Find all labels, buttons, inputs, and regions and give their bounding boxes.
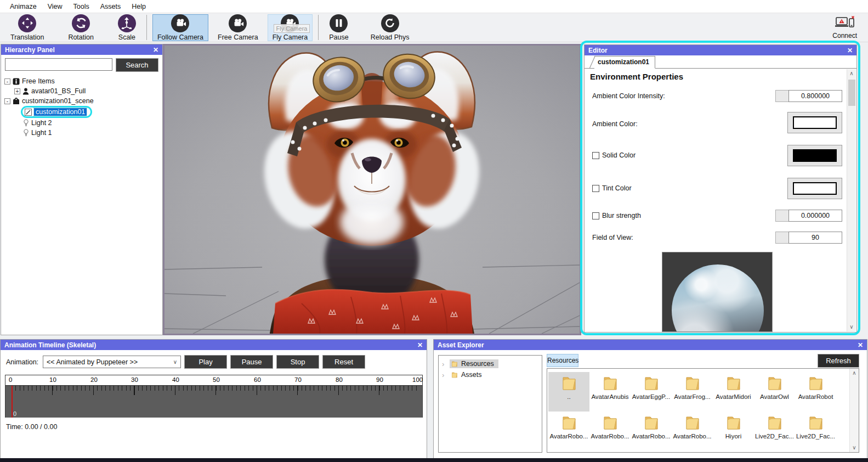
follow-camera-icon (171, 14, 189, 32)
close-icon[interactable]: ✕ (858, 341, 863, 349)
drag-grip[interactable] (775, 210, 788, 222)
scroll-up-icon[interactable]: ∧ (852, 369, 856, 378)
stop-button[interactable]: Stop (276, 355, 319, 369)
blur-strength-field[interactable]: 0.000000 (775, 210, 842, 222)
folder-item[interactable]: AvatarMidori (713, 372, 754, 412)
menu-help[interactable]: Help (126, 1, 151, 13)
folder-item[interactable]: AvatarRobo... (589, 412, 631, 451)
close-icon[interactable]: ✕ (847, 47, 853, 54)
ambient-color-button[interactable] (787, 112, 842, 133)
close-icon[interactable]: ✕ (153, 46, 158, 54)
color-swatch-black (793, 149, 837, 162)
reset-button[interactable]: Reset (322, 355, 365, 369)
menu-tools[interactable]: Tools (68, 1, 95, 13)
play-button[interactable]: Play (184, 355, 227, 369)
tab-customization01[interactable]: customization01 (594, 56, 655, 69)
folder-item[interactable]: AvatarRobot (795, 372, 836, 412)
expand-icon[interactable]: + (14, 88, 20, 94)
tree-item-scene[interactable]: - customization01_scene (4, 96, 160, 106)
solid-color-checkbox[interactable] (592, 152, 599, 159)
folder-item[interactable]: AvatarRobo... (631, 412, 672, 451)
collapse-icon[interactable]: - (4, 98, 10, 104)
drag-grip[interactable] (775, 90, 788, 102)
menu-assets[interactable]: Assets (95, 1, 127, 13)
pause-button-timeline[interactable]: Pause (230, 355, 273, 369)
fly-camera-tooltip: Fly Camera (274, 24, 310, 33)
tint-color-checkbox[interactable] (592, 185, 599, 192)
connect-button[interactable]: Connect (827, 14, 863, 41)
editor-scrollbar[interactable]: ∧ ∨ (847, 69, 856, 331)
tree-item-light2[interactable]: Light 2 (4, 118, 160, 128)
folder-item[interactable]: AvatarOwl (754, 372, 795, 412)
chevron-right-icon[interactable]: › (442, 371, 447, 379)
pause-icon (330, 14, 348, 32)
tree-item-customization01[interactable]: customization01 (4, 106, 160, 118)
hierarchy-tree: - Free Items + avatar01_BS_Full - custom… (4, 76, 160, 138)
folder-item[interactable]: AvatarAnubis (589, 372, 631, 412)
field-of-view-field[interactable]: 90 (775, 232, 842, 244)
viewport-3d[interactable] (163, 44, 581, 335)
scrollbar-thumb[interactable] (848, 80, 855, 106)
pause-button[interactable]: Pause (324, 14, 353, 41)
tree-item-avatar[interactable]: + avatar01_BS_Full (4, 86, 160, 96)
folder-label: Live2D_Fac... (796, 433, 835, 440)
tree-item-label: Light 1 (31, 129, 52, 137)
search-button[interactable]: Search (116, 58, 158, 72)
reload-phys-button[interactable]: Reload Phys (366, 14, 415, 41)
ambient-intensity-value[interactable]: 0.800000 (788, 90, 842, 102)
close-icon[interactable]: ✕ (417, 341, 423, 349)
chevron-right-icon[interactable]: › (442, 360, 447, 368)
refresh-button[interactable]: Refresh (818, 354, 859, 368)
drag-grip[interactable] (775, 232, 788, 244)
asset-explorer-titlebar: Asset Explorer ✕ (434, 340, 867, 350)
solid-color-row: Solid Color (592, 151, 636, 159)
tree-item-free-items[interactable]: - Free Items (4, 76, 160, 86)
animation-select[interactable]: << Animated by Puppeteer >> ∨ (43, 356, 181, 368)
color-swatch-white (793, 182, 837, 195)
translation-button[interactable]: Translation (5, 14, 49, 41)
tree-item-light1[interactable]: Light 1 (4, 128, 160, 138)
asset-tree-assets[interactable]: › Assets (439, 369, 542, 380)
field-of-view-value[interactable]: 90 (788, 232, 842, 244)
tab-resources[interactable]: Resources (547, 354, 578, 367)
folder-item[interactable]: Live2D_Fac... (795, 412, 836, 451)
rotation-button[interactable]: Rotation (63, 14, 99, 41)
fly-camera-label: Fly Camera (273, 33, 308, 41)
tint-color-row: Tint Color (592, 184, 632, 192)
folder-item[interactable]: Hiyori (713, 412, 754, 451)
folder-item[interactable]: AvatarEggP... (631, 372, 672, 412)
skybox-preview[interactable] (662, 252, 773, 332)
ambient-intensity-field[interactable]: 0.800000 (775, 90, 842, 102)
solid-color-button[interactable] (787, 145, 842, 166)
free-camera-button[interactable]: Free Camera (213, 14, 263, 41)
menu-animaze[interactable]: Animaze (4, 1, 42, 13)
search-input[interactable] (5, 58, 112, 71)
free-camera-label: Free Camera (218, 33, 258, 41)
asset-tree-resources[interactable]: › Resources (439, 358, 542, 369)
follow-camera-button[interactable]: Follow Camera (152, 14, 208, 41)
blur-strength-value[interactable]: 0.000000 (788, 210, 842, 222)
blur-strength-checkbox[interactable] (592, 212, 599, 219)
folder-icon (683, 375, 702, 392)
folder-item[interactable]: Live2D_Fac... (754, 412, 795, 451)
menu-view[interactable]: View (42, 1, 68, 13)
folder-item[interactable]: AvatarRobo... (672, 412, 713, 451)
scale-button[interactable]: Scale (113, 14, 141, 41)
playhead-frame-label: 0 (13, 410, 16, 417)
scroll-down-icon[interactable]: ∨ (849, 323, 853, 331)
folder-item-up[interactable]: .. (548, 372, 589, 412)
asset-scrollbar[interactable]: ∧ ∨ (849, 369, 859, 452)
timeline-track[interactable]: 0 (5, 385, 422, 418)
collapse-icon[interactable]: - (4, 78, 10, 84)
folder-item[interactable]: AvatarFrog... (672, 372, 713, 412)
ambient-intensity-label: Ambient Color Intensity: (592, 92, 665, 100)
asset-explorer-title: Asset Explorer (438, 341, 484, 349)
reload-phys-label: Reload Phys (371, 33, 410, 41)
tint-color-button[interactable] (787, 178, 842, 199)
playhead[interactable] (12, 386, 13, 418)
viewport-3d-scene (164, 46, 580, 334)
timeline-ruler[interactable]: 0 10 20 30 40 50 60 70 80 90 100 0 (5, 375, 423, 418)
scroll-down-icon[interactable]: ∨ (852, 443, 856, 452)
folder-item[interactable]: AvatarRobo... (548, 412, 589, 451)
scroll-up-icon[interactable]: ∧ (849, 69, 853, 78)
